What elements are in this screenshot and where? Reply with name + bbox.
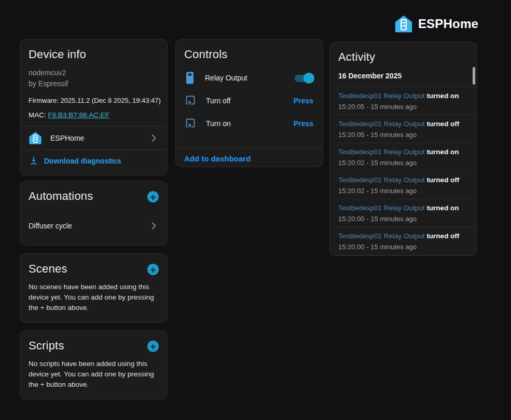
press-button-turn-on[interactable]: Press <box>293 117 314 130</box>
device-name: nodemcuv2 <box>29 67 159 78</box>
control-row-relay-output: Relay Output <box>176 66 323 89</box>
chevron-right-icon <box>148 133 159 143</box>
event-action: turned off <box>426 176 459 184</box>
scenes-title: Scenes <box>29 262 67 276</box>
esphome-logo-icon <box>394 15 413 33</box>
event-action: turned on <box>426 148 459 156</box>
scripts-empty-text: No scripts have been added using this de… <box>20 359 167 390</box>
add-script-button[interactable]: + <box>147 341 159 352</box>
activity-event-row: Testbedesp01 Relay Output turned off 15:… <box>330 115 477 143</box>
event-timestamp: 15:20:05 - 15 minutes ago <box>338 102 468 112</box>
activity-date-header: 16 December 2025 <box>330 64 477 87</box>
automations-header: Automations + <box>20 181 167 203</box>
event-summary: Testbedesp01 Relay Output turned off <box>338 175 468 185</box>
gesture-tap-button-icon <box>184 94 197 107</box>
event-entity-link[interactable]: Testbedesp01 Relay Output <box>338 148 425 156</box>
firmware-version: Firmware: 2025.11.2 (Dec 8 2025, 19:43:4… <box>29 96 159 106</box>
event-timestamp: 15:20:02 - 15 minutes ago <box>338 186 468 196</box>
scenes-empty-text: No scenes have been added using this dev… <box>20 282 167 313</box>
entity-label-relay-output: Relay Output <box>205 74 294 82</box>
download-diagnostics-label: Download diagnostics <box>44 157 121 165</box>
control-row-turn-on: Turn on Press <box>176 112 323 135</box>
relay-output-toggle[interactable] <box>294 73 314 84</box>
scenes-card: Scenes + No scenes have been added using… <box>20 253 168 323</box>
mac-address-link[interactable]: F8:B3:B7:86:AC:EF <box>48 111 110 119</box>
event-summary: Testbedesp01 Relay Output turned on <box>338 91 468 101</box>
event-summary: Testbedesp01 Relay Output turned on <box>338 203 468 213</box>
activity-event-row: Testbedesp01 Relay Output turned on 15:2… <box>330 199 477 227</box>
scripts-card: Scripts + No scripts have been added usi… <box>20 330 168 400</box>
event-summary: Testbedesp01 Relay Output turned on <box>338 147 468 157</box>
header-brand: ESPHome <box>394 15 478 33</box>
event-action: turned off <box>426 232 459 240</box>
controls-footer: Add to dashboard <box>176 148 323 167</box>
scripts-header: Scripts + <box>20 331 167 353</box>
add-scene-button[interactable]: + <box>147 264 159 275</box>
event-timestamp: 15:20:02 - 15 minutes ago <box>338 158 468 168</box>
event-timestamp: 15:20:00 - 15 minutes ago <box>338 242 468 252</box>
entity-label-turn-off: Turn off <box>206 97 293 105</box>
entity-label-turn-on: Turn on <box>206 119 293 128</box>
automations-card: Automations + Diffuser cycle <box>20 181 168 246</box>
integration-label: ESPHome <box>50 134 148 142</box>
add-automation-button[interactable]: + <box>147 191 159 202</box>
scripts-title: Scripts <box>29 339 64 353</box>
download-icon <box>29 156 39 166</box>
event-action: turned off <box>426 120 459 128</box>
controls-rows: Relay Output Turn off Press <box>176 61 323 147</box>
chevron-right-icon <box>148 221 159 231</box>
download-diagnostics-button[interactable]: Download diagnostics <box>20 150 167 172</box>
automations-title: Automations <box>29 189 93 203</box>
event-summary: Testbedesp01 Relay Output turned off <box>338 119 468 129</box>
event-entity-link[interactable]: Testbedesp01 Relay Output <box>338 232 425 240</box>
esphome-device-page: ESPHome Device info nodemcuv2 by Espress… <box>0 0 511 420</box>
event-timestamp: 15:20:00 - 15 minutes ago <box>338 214 468 224</box>
toggle-knob <box>303 73 314 84</box>
activity-event-row: Testbedesp01 Relay Output turned off 15:… <box>330 171 477 199</box>
device-info-card: Device info nodemcuv2 by Espressif Firmw… <box>20 39 168 175</box>
controls-card: Controls Relay Output <box>175 39 323 167</box>
automation-item-diffuser-cycle[interactable]: Diffuser cycle <box>20 215 167 236</box>
device-info-title: Device info <box>20 39 167 61</box>
control-row-turn-off: Turn off Press <box>176 89 323 112</box>
activity-event-row: Testbedesp01 Relay Output turned on 15:2… <box>330 143 477 171</box>
device-manufacturer: by Espressif <box>29 78 159 89</box>
mac-address-line: MAC: F8:B3:B7:86:AC:EF <box>29 110 159 120</box>
activity-card: Activity 16 December 2025 Testbedesp01 R… <box>329 42 477 256</box>
gesture-tap-button-icon <box>184 117 197 130</box>
event-action: turned on <box>426 204 459 212</box>
device-info-body: nodemcuv2 by Espressif Firmware: 2025.11… <box>20 61 167 120</box>
activity-event-row: Testbedesp01 Relay Output turned off 15:… <box>330 227 477 255</box>
event-entity-link[interactable]: Testbedesp01 Relay Output <box>338 92 425 100</box>
event-entity-link[interactable]: Testbedesp01 Relay Output <box>338 204 425 212</box>
mac-label: MAC: <box>29 111 46 119</box>
press-button-turn-off[interactable]: Press <box>293 94 314 107</box>
event-entity-link[interactable]: Testbedesp01 Relay Output <box>338 176 425 184</box>
event-timestamp: 15:20:05 - 15 minutes ago <box>338 130 468 140</box>
activity-scrollbar-thumb[interactable] <box>473 67 475 85</box>
light-switch-icon <box>184 71 196 85</box>
brand-name: ESPHome <box>418 17 478 31</box>
event-entity-link[interactable]: Testbedesp01 Relay Output <box>338 120 425 128</box>
controls-title: Controls <box>176 39 323 61</box>
activity-event-row: Testbedesp01 Relay Output turned on 15:2… <box>330 87 477 115</box>
scenes-header: Scenes + <box>20 254 167 276</box>
add-to-dashboard-button[interactable]: Add to dashboard <box>184 154 251 163</box>
event-action: turned on <box>426 92 459 100</box>
event-summary: Testbedesp01 Relay Output turned off <box>338 231 468 241</box>
integration-row-esphome[interactable]: ESPHome <box>20 127 167 150</box>
esphome-integration-icon <box>29 131 42 145</box>
activity-title: Activity <box>330 42 477 64</box>
automation-label: Diffuser cycle <box>29 222 72 230</box>
